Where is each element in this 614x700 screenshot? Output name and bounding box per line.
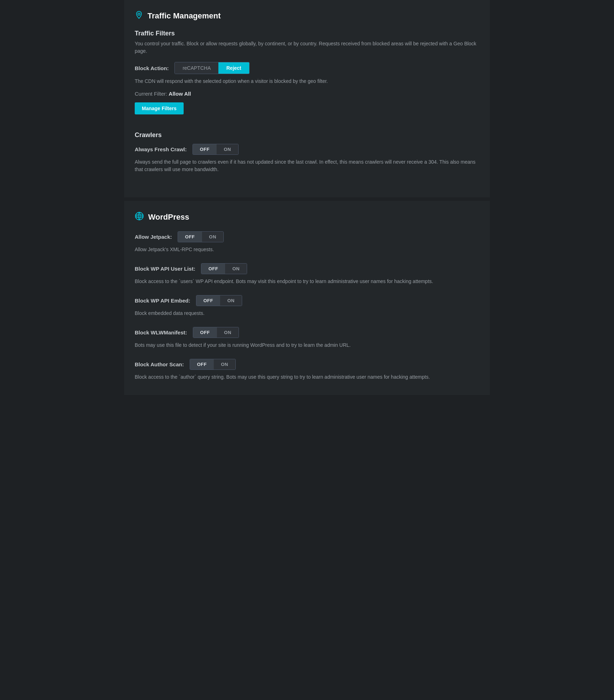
- recaptcha-button[interactable]: reCAPTCHA: [175, 62, 218, 74]
- current-filter-label: Current Filter:: [135, 91, 167, 97]
- crawlers-title: Crawlers: [135, 131, 479, 139]
- current-filter-value: Allow All: [169, 91, 191, 97]
- allow-jetpack-description: Allow Jetpack's XML-RPC requests.: [135, 246, 479, 253]
- block-wp-api-embed-description: Block embedded data requests.: [135, 310, 479, 317]
- block-wp-api-user-list-label: Block WP API User List:: [135, 266, 195, 272]
- traffic-filters-block: Traffic Filters You control your traffic…: [135, 30, 479, 114]
- block-wp-api-user-list-block: Block WP API User List: OFF ON Block acc…: [135, 263, 479, 285]
- location-pin-icon: [135, 11, 143, 21]
- block-author-scan-label: Block Author Scan:: [135, 361, 184, 367]
- wordpress-title: WordPress: [148, 213, 189, 222]
- allow-jetpack-label: Allow Jetpack:: [135, 234, 172, 240]
- block-wp-api-embed-label: Block WP API Embed:: [135, 298, 190, 304]
- block-wp-api-embed-toggle: OFF ON: [196, 295, 242, 306]
- block-author-scan-off[interactable]: OFF: [190, 359, 214, 369]
- block-wp-api-user-list-description: Block access to the `users` WP API endpo…: [135, 278, 479, 285]
- traffic-management-section: Traffic Management Traffic Filters You c…: [124, 0, 490, 197]
- traffic-filters-description: You control your traffic. Block or allow…: [135, 40, 479, 55]
- block-wlwmanifest-description: Bots may use this file to detect if your…: [135, 341, 479, 349]
- block-wlwmanifest-block: Block WLWManifest: OFF ON Bots may use t…: [135, 327, 479, 349]
- block-action-label: Block Action:: [135, 65, 169, 71]
- block-author-scan-description: Block access to the `author` query strin…: [135, 373, 479, 381]
- reject-button[interactable]: Reject: [218, 62, 249, 74]
- traffic-management-header: Traffic Management: [135, 11, 479, 21]
- block-wlwmanifest-on[interactable]: ON: [217, 327, 239, 338]
- block-author-scan-block: Block Author Scan: OFF ON Block access t…: [135, 359, 479, 381]
- block-wp-api-embed-row: Block WP API Embed: OFF ON: [135, 295, 479, 306]
- block-action-row: Block Action: reCAPTCHA Reject: [135, 62, 479, 74]
- always-fresh-crawl-label: Always Fresh Crawl:: [135, 146, 187, 152]
- block-wp-api-user-list-row: Block WP API User List: OFF ON: [135, 263, 479, 274]
- always-fresh-crawl-off[interactable]: OFF: [193, 144, 217, 154]
- block-wp-api-embed-block: Block WP API Embed: OFF ON Block embedde…: [135, 295, 479, 317]
- always-fresh-crawl-row: Always Fresh Crawl: OFF ON: [135, 144, 479, 155]
- block-wlwmanifest-off[interactable]: OFF: [193, 327, 217, 338]
- block-author-scan-on[interactable]: ON: [214, 359, 235, 369]
- block-author-scan-row: Block Author Scan: OFF ON: [135, 359, 479, 370]
- crawlers-block: Crawlers Always Fresh Crawl: OFF ON Alwa…: [135, 131, 479, 173]
- current-filter-row: Current Filter: Allow All: [135, 91, 479, 97]
- block-author-scan-toggle: OFF ON: [190, 359, 236, 370]
- allow-jetpack-off[interactable]: OFF: [178, 232, 202, 242]
- always-fresh-crawl-on[interactable]: ON: [217, 144, 238, 154]
- allow-jetpack-on[interactable]: ON: [202, 232, 224, 242]
- traffic-management-title: Traffic Management: [147, 11, 221, 21]
- block-action-toggle-group: reCAPTCHA Reject: [174, 62, 249, 74]
- block-wp-api-embed-on[interactable]: ON: [220, 295, 242, 306]
- allow-jetpack-toggle: OFF ON: [178, 231, 224, 242]
- wordpress-section: WordPress Allow Jetpack: OFF ON Allow Je…: [124, 201, 490, 395]
- block-wp-api-user-list-toggle: OFF ON: [201, 263, 247, 274]
- manage-filters-button[interactable]: Manage Filters: [135, 102, 184, 114]
- block-wp-api-embed-off[interactable]: OFF: [196, 295, 221, 306]
- always-fresh-crawl-description: Always send the full page to crawlers ev…: [135, 158, 479, 173]
- allow-jetpack-block: Allow Jetpack: OFF ON Allow Jetpack's XM…: [135, 231, 479, 253]
- svg-point-0: [138, 13, 140, 15]
- wordpress-icon: [135, 211, 144, 223]
- block-action-description: The CDN will respond with the selected o…: [135, 78, 479, 85]
- block-wlwmanifest-row: Block WLWManifest: OFF ON: [135, 327, 479, 338]
- always-fresh-crawl-toggle: OFF ON: [192, 144, 239, 155]
- block-wp-api-user-list-off[interactable]: OFF: [201, 264, 225, 274]
- block-wp-api-user-list-on[interactable]: ON: [225, 264, 247, 274]
- allow-jetpack-row: Allow Jetpack: OFF ON: [135, 231, 479, 242]
- block-wlwmanifest-label: Block WLWManifest:: [135, 329, 187, 335]
- traffic-filters-title: Traffic Filters: [135, 30, 479, 37]
- wordpress-header: WordPress: [135, 211, 479, 223]
- block-wlwmanifest-toggle: OFF ON: [193, 327, 239, 338]
